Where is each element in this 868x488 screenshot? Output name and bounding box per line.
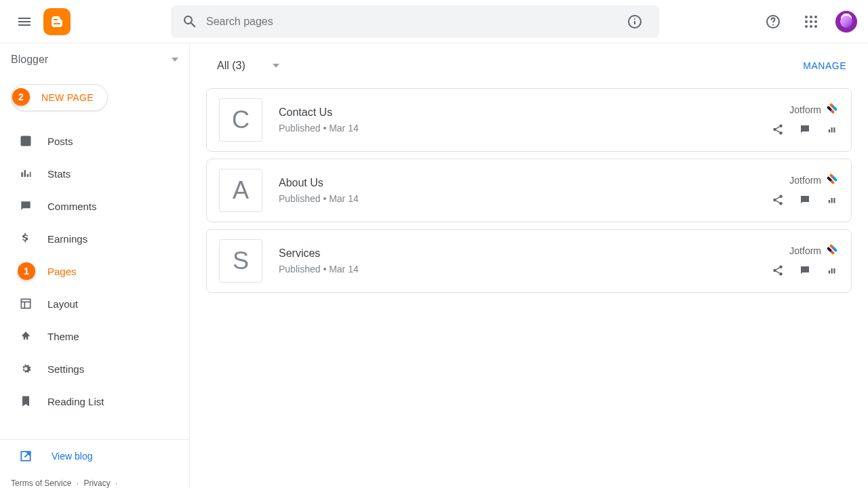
search-bar[interactable]	[171, 5, 659, 38]
page-info: About Us Published • Mar 14	[279, 177, 771, 204]
comment-button[interactable]	[798, 123, 812, 136]
help-button[interactable]	[760, 8, 787, 35]
terms-link[interactable]: Terms of Service	[11, 479, 71, 488]
svg-point-13	[814, 25, 817, 28]
svg-point-25	[773, 269, 776, 272]
search-info-button[interactable]	[621, 8, 648, 35]
search-icon	[182, 14, 198, 30]
blog-selector[interactable]: Blogger	[0, 43, 189, 76]
stats-button[interactable]	[825, 264, 839, 277]
page-card[interactable]: C Contact Us Published • Mar 14 Jotform	[206, 88, 852, 152]
author-row: Jotform	[789, 104, 839, 116]
stats-button[interactable]	[825, 123, 839, 136]
menu-button[interactable]	[11, 8, 38, 35]
sidebar-item-earnings[interactable]: Earnings	[0, 222, 189, 255]
comments-icon	[18, 198, 34, 214]
posts-icon	[18, 133, 34, 149]
sidebar-item-theme[interactable]: Theme	[0, 320, 189, 352]
author-name: Jotform	[789, 175, 821, 186]
svg-point-7	[814, 16, 817, 18]
apps-button[interactable]	[797, 8, 825, 35]
filter-label: All (3)	[217, 60, 245, 72]
stats-icon	[18, 165, 34, 182]
svg-point-21	[779, 195, 783, 199]
svg-point-9	[810, 20, 812, 23]
svg-point-8	[805, 20, 808, 23]
avatar-image	[840, 16, 852, 28]
sidebar-item-label: Comments	[47, 201, 97, 212]
page-info: Contact Us Published • Mar 14	[279, 106, 771, 134]
main-content: All (3) MANAGE C Contact Us Published • …	[190, 43, 868, 488]
page-meta: Published • Mar 14	[279, 264, 771, 274]
page-actions: Jotform	[771, 104, 839, 136]
apps-grid-icon	[804, 15, 818, 28]
view-blog-link[interactable]: View blog	[0, 439, 189, 472]
sidebar: Blogger 2 NEW PAGE Posts Stats Comments	[0, 43, 190, 488]
author-name: Jotform	[789, 104, 821, 115]
privacy-link[interactable]: Privacy	[83, 479, 110, 488]
filter-dropdown[interactable]: All (3)	[217, 60, 279, 72]
gear-icon	[18, 361, 34, 377]
svg-point-18	[779, 125, 783, 128]
author-row: Jotform	[789, 245, 839, 257]
step-badge-2: 2	[12, 88, 30, 106]
page-title: Contact Us	[279, 106, 771, 119]
blogger-logo[interactable]	[43, 8, 71, 35]
open-external-icon	[18, 448, 34, 464]
info-icon	[627, 14, 643, 30]
sidebar-item-label: Stats	[47, 168, 71, 180]
page-thumbnail: A	[219, 169, 262, 212]
separator: ·	[115, 479, 117, 488]
blogger-logo-icon	[49, 14, 65, 30]
share-button[interactable]	[771, 264, 785, 277]
svg-point-20	[779, 131, 783, 135]
svg-point-4	[772, 24, 774, 25]
stats-button[interactable]	[825, 193, 839, 207]
manage-link[interactable]: MANAGE	[803, 60, 846, 71]
svg-point-2	[634, 18, 635, 20]
sidebar-item-pages[interactable]: 1 Pages	[0, 255, 189, 287]
sidebar-item-label: Layout	[47, 298, 78, 310]
share-button[interactable]	[771, 193, 785, 207]
svg-point-12	[810, 25, 812, 28]
comment-button[interactable]	[798, 193, 812, 207]
jotform-icon	[827, 104, 839, 116]
page-actions: Jotform	[771, 245, 839, 277]
share-button[interactable]	[771, 123, 785, 136]
pages-list: C Contact Us Published • Mar 14 Jotform …	[206, 88, 852, 293]
svg-point-11	[805, 25, 808, 28]
sidebar-item-label: Posts	[47, 136, 73, 147]
sidebar-item-stats[interactable]: Stats	[0, 157, 189, 190]
svg-point-6	[810, 16, 812, 18]
page-title: Services	[279, 247, 771, 260]
svg-point-5	[805, 16, 808, 18]
help-icon	[765, 14, 781, 30]
sidebar-item-comments[interactable]: Comments	[0, 190, 189, 222]
search-input[interactable]	[206, 16, 616, 28]
page-card[interactable]: A About Us Published • Mar 14 Jotform	[206, 159, 852, 222]
chevron-down-icon	[273, 64, 279, 68]
account-avatar[interactable]	[835, 11, 857, 33]
page-title: About Us	[279, 177, 771, 189]
sidebar-item-posts[interactable]: Posts	[0, 125, 189, 157]
sidebar-item-label: Settings	[47, 363, 84, 375]
page-info: Services Published • Mar 14	[279, 247, 771, 274]
page-meta: Published • Mar 14	[279, 193, 771, 204]
view-blog-label: View blog	[52, 451, 92, 462]
page-thumbnail: C	[219, 98, 262, 142]
sidebar-item-reading-list[interactable]: Reading List	[0, 385, 189, 418]
sidebar-item-label: Pages	[47, 266, 77, 277]
new-page-container: 2 NEW PAGE	[0, 76, 189, 117]
jotform-icon	[827, 174, 839, 186]
sidebar-item-settings[interactable]: Settings	[0, 352, 189, 385]
page-thumbnail: S	[219, 239, 262, 283]
earnings-icon	[18, 230, 34, 247]
comment-button[interactable]	[798, 264, 812, 277]
blog-name: Blogger	[11, 54, 48, 66]
svg-point-23	[779, 202, 783, 205]
svg-point-19	[773, 128, 776, 131]
app-body: Blogger 2 NEW PAGE Posts Stats Comments	[0, 43, 868, 488]
sidebar-item-layout[interactable]: Layout	[0, 287, 189, 320]
svg-point-24	[779, 266, 783, 269]
page-card[interactable]: S Services Published • Mar 14 Jotform	[206, 229, 852, 293]
